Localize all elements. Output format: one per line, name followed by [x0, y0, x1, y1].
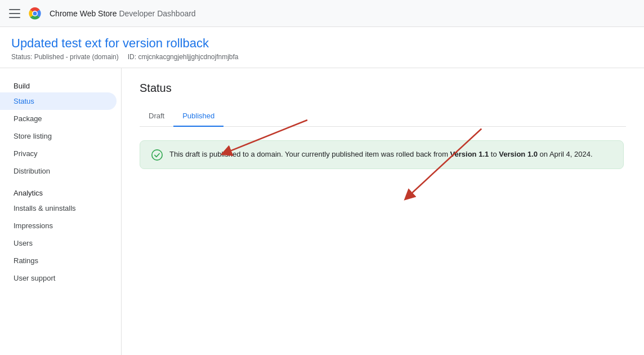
- svg-point-3: [33, 11, 37, 15]
- sidebar-item-impressions[interactable]: Impressions: [0, 217, 117, 234]
- sidebar-item-installs[interactable]: Installs & uninstalls: [0, 199, 117, 217]
- sidebar-item-distribution[interactable]: Distribution: [0, 162, 117, 180]
- tab-draft[interactable]: Draft: [140, 106, 173, 127]
- sidebar-analytics-label: Analytics: [0, 184, 121, 199]
- status-label: Status: Published - private (domain): [11, 53, 119, 61]
- sidebar-item-ratings[interactable]: Ratings: [0, 252, 117, 269]
- success-icon: [151, 149, 163, 161]
- tabs: Draft Published: [140, 106, 626, 127]
- sidebar-item-privacy[interactable]: Privacy: [0, 145, 117, 162]
- menu-icon[interactable]: [9, 8, 20, 19]
- page-header: Updated test ext for version rollback St…: [0, 27, 644, 68]
- tab-published[interactable]: Published: [173, 106, 223, 127]
- topbar: Chrome Web Store Developer Dashboard: [0, 0, 644, 27]
- sidebar-item-store-listing[interactable]: Store listing: [0, 127, 117, 145]
- topbar-title: Chrome Web Store Developer Dashboard: [50, 9, 196, 18]
- id-label: ID: cmjcnkacgngjehljjghjcdnojfnmjbfa: [128, 53, 239, 61]
- alert-box: This draft is published to a domain. You…: [140, 140, 624, 169]
- sidebar-item-package[interactable]: Package: [0, 110, 117, 127]
- content-title: Status: [140, 82, 626, 95]
- sidebar-item-status[interactable]: Status: [0, 92, 117, 110]
- sidebar-build-label: Build: [0, 77, 121, 92]
- sidebar-item-users[interactable]: Users: [0, 234, 117, 252]
- page-subtitle: Status: Published - private (domain) ID:…: [11, 53, 633, 61]
- svg-point-4: [152, 150, 162, 160]
- main-layout: Build Status Package Store listing Priva…: [0, 68, 644, 355]
- sidebar: Build Status Package Store listing Priva…: [0, 68, 122, 355]
- sidebar-item-user-support[interactable]: User support: [0, 269, 117, 287]
- alert-text: This draft is published to a domain. You…: [169, 149, 593, 160]
- page-title: Updated test ext for version rollback: [11, 36, 633, 51]
- content-area: Status Draft Published This draft is pub…: [122, 68, 644, 355]
- chrome-logo: [27, 6, 43, 21]
